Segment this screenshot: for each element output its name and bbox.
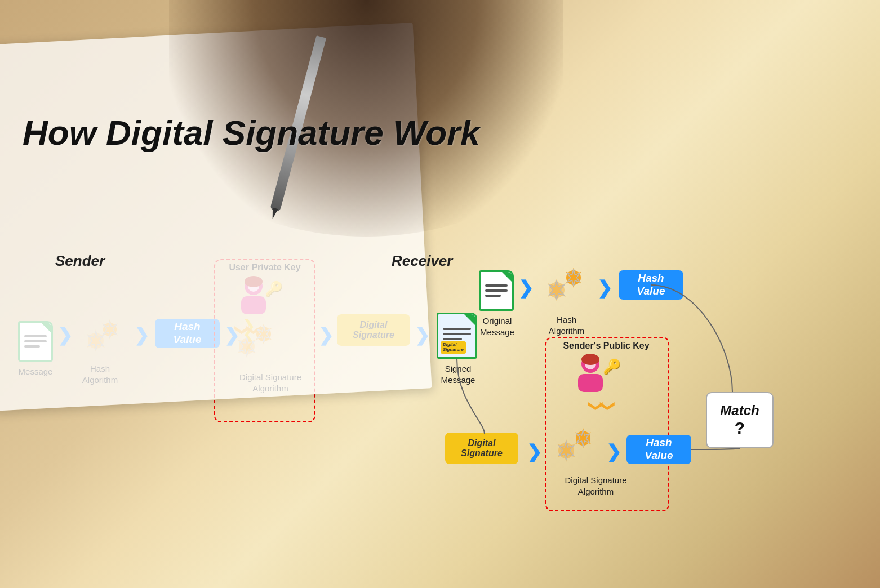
digital-signature-box-receiver: DigitalSignature — [445, 433, 518, 464]
main-title: How Digital Signature Work — [23, 113, 480, 153]
signed-message-label: SignedMessage — [430, 363, 486, 385]
arrow6: ❯ — [518, 277, 534, 299]
key-icon-receiver: 🔑 — [603, 358, 621, 376]
down-chevrons-receiver: ❯❯ — [590, 400, 614, 412]
dsa-receiver-label: Digital SignatureAlgorithm — [549, 475, 642, 497]
hash-algorithm-receiver-label: HashAlgorithm — [540, 314, 593, 336]
hash-algorithm-receiver-gears — [540, 262, 593, 310]
arrow9: ❯ — [606, 441, 621, 462]
receiver-label: Receiver — [392, 252, 452, 270]
sender-label: Sender — [55, 252, 105, 270]
svg-rect-23 — [578, 374, 603, 392]
arrow7: ❯ — [597, 277, 612, 299]
match-question: ? — [735, 418, 745, 438]
hash-value-box-receiver-bottom: HashValue — [626, 435, 691, 464]
original-message-label: OriginalMessage — [470, 315, 524, 337]
arrow8-dsa: ❯ — [527, 441, 542, 462]
match-label: Match — [720, 403, 759, 418]
svg-point-25 — [581, 354, 599, 365]
dsa-receiver-gears — [549, 422, 603, 470]
person-icon-receiver — [574, 354, 607, 398]
hash-value-box-receiver-top: HashValue — [619, 270, 683, 300]
senders-public-key-label: Sender's Public Key — [550, 340, 663, 352]
match-box: Match ? — [706, 392, 774, 448]
original-message-doc — [479, 270, 514, 311]
